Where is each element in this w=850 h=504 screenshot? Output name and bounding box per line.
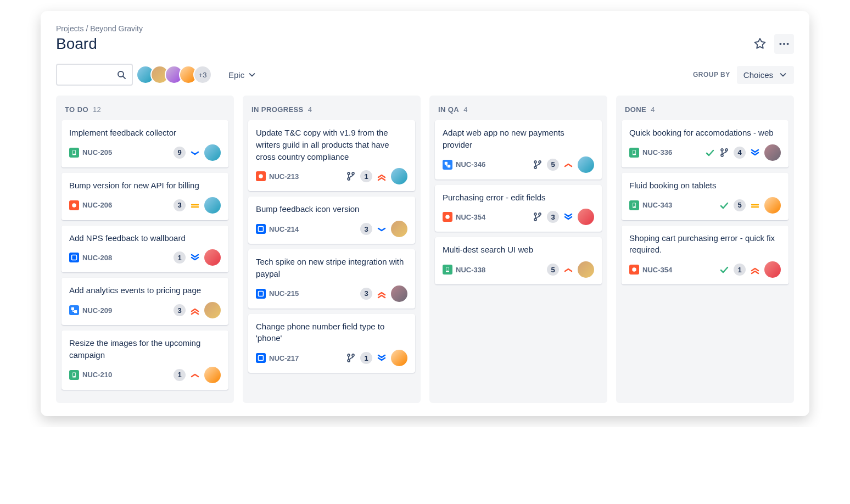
priority-icon bbox=[377, 224, 387, 234]
card-title: Purchasing error - edit fields bbox=[443, 192, 594, 204]
issue-type-icon bbox=[256, 224, 266, 234]
estimate-badge: 9 bbox=[174, 147, 186, 159]
assignee-avatar[interactable] bbox=[391, 285, 407, 302]
column-header[interactable]: IN PROGRESS4 bbox=[248, 101, 415, 120]
card-title: Add NPS feedback to wallboard bbox=[69, 232, 221, 244]
issue-card[interactable]: Quick booking for accomodations - webNUC… bbox=[622, 120, 789, 167]
card-title: Change phone number field type to 'phone… bbox=[256, 321, 407, 345]
more-actions-button[interactable] bbox=[774, 34, 794, 54]
assignee-avatar[interactable] bbox=[578, 156, 594, 173]
issue-id: NUC-217 bbox=[269, 354, 299, 362]
issue-card[interactable]: Implement feedback collectorNUC-2059 bbox=[61, 120, 228, 167]
column-header[interactable]: DONE4 bbox=[622, 101, 789, 120]
priority-icon bbox=[190, 253, 200, 262]
issue-id: NUC-214 bbox=[269, 225, 299, 233]
assignee-avatar[interactable] bbox=[204, 144, 221, 161]
issue-id: NUC-346 bbox=[456, 160, 485, 169]
estimate-badge: 3 bbox=[174, 304, 186, 316]
issue-card[interactable]: Purchasing error - edit fieldsNUC-3543 bbox=[435, 185, 602, 232]
done-check-icon bbox=[705, 148, 715, 158]
card-title: Bump version for new API for billing bbox=[69, 180, 221, 192]
card-title: Quick booking for accomodations - web bbox=[629, 127, 781, 139]
assignee-avatar[interactable] bbox=[204, 302, 221, 318]
estimate-badge: 1 bbox=[174, 251, 186, 264]
issue-id: NUC-354 bbox=[642, 266, 672, 274]
epic-filter[interactable]: Epic bbox=[226, 67, 259, 83]
assignee-avatar[interactable] bbox=[391, 350, 407, 366]
issue-card[interactable]: Tech spike on new stripe integration wit… bbox=[248, 249, 415, 309]
issue-card[interactable]: Change phone number field type to 'phone… bbox=[248, 314, 415, 373]
column-count: 4 bbox=[308, 105, 312, 114]
groupby-select[interactable]: Choices bbox=[737, 66, 794, 84]
card-title: Update T&C copy with v1.9 from the write… bbox=[256, 127, 407, 163]
priority-icon bbox=[377, 171, 387, 181]
assignee-filter-avatars[interactable]: +3 bbox=[141, 65, 212, 84]
breadcrumb-project-name[interactable]: Beyond Gravity bbox=[90, 24, 143, 33]
assignee-avatar[interactable] bbox=[764, 197, 781, 214]
done-check-icon bbox=[719, 200, 729, 210]
column-header[interactable]: TO DO12 bbox=[61, 101, 228, 120]
issue-card[interactable]: Multi-dest search UI webNUC-3385 bbox=[435, 237, 602, 284]
priority-icon bbox=[750, 148, 760, 158]
more-icon bbox=[778, 38, 790, 50]
estimate-badge: 3 bbox=[547, 211, 559, 223]
breadcrumb-projects[interactable]: Projects bbox=[56, 24, 84, 33]
chevron-down-icon bbox=[248, 70, 256, 79]
branch-icon bbox=[533, 212, 543, 222]
priority-icon bbox=[563, 212, 573, 222]
assignee-avatar[interactable] bbox=[764, 144, 781, 161]
issue-id: NUC-210 bbox=[82, 371, 112, 379]
estimate-badge: 5 bbox=[547, 159, 559, 171]
issue-card[interactable]: Add analytics events to pricing pageNUC-… bbox=[61, 278, 228, 325]
star-button[interactable] bbox=[750, 34, 770, 54]
assignee-avatar[interactable] bbox=[578, 209, 594, 225]
issue-card[interactable]: Fluid booking on tabletsNUC-3435 bbox=[622, 173, 789, 220]
issue-card[interactable]: Add NPS feedback to wallboardNUC-2081 bbox=[61, 226, 228, 273]
issue-type-icon bbox=[256, 171, 266, 181]
branch-icon bbox=[346, 171, 356, 181]
issue-card[interactable]: Resize the images for the upcoming campa… bbox=[61, 331, 228, 390]
issue-type-icon bbox=[69, 200, 79, 210]
issue-id: NUC-338 bbox=[456, 266, 485, 274]
assignee-avatar[interactable] bbox=[578, 261, 594, 278]
issue-card[interactable]: Shoping cart purchasing error - quick fi… bbox=[622, 226, 789, 285]
issue-id: NUC-215 bbox=[269, 289, 299, 298]
issue-type-icon bbox=[443, 160, 452, 170]
issue-card[interactable]: Adapt web app no new payments providerNU… bbox=[435, 120, 602, 180]
priority-icon bbox=[750, 265, 760, 275]
assignee-avatar[interactable] bbox=[391, 221, 407, 237]
avatar-overflow[interactable]: +3 bbox=[193, 65, 212, 84]
issue-id: NUC-206 bbox=[82, 201, 112, 209]
column-header[interactable]: IN QA4 bbox=[435, 101, 602, 120]
groupby-value: Choices bbox=[743, 70, 773, 80]
priority-icon bbox=[377, 353, 387, 363]
estimate-badge: 5 bbox=[547, 264, 559, 276]
issue-type-icon bbox=[69, 253, 79, 262]
breadcrumb[interactable]: Projects / Beyond Gravity bbox=[56, 24, 794, 33]
priority-icon bbox=[563, 160, 573, 170]
issue-card[interactable]: Bump version for new API for billingNUC-… bbox=[61, 173, 228, 220]
column-title: IN QA bbox=[438, 105, 459, 114]
issue-card[interactable]: Bump feedback icon versionNUC-2143 bbox=[248, 197, 415, 244]
priority-icon bbox=[190, 200, 200, 210]
estimate-badge: 3 bbox=[360, 223, 372, 235]
issue-card[interactable]: Update T&C copy with v1.9 from the write… bbox=[248, 120, 415, 191]
search-icon bbox=[116, 70, 126, 80]
assignee-avatar[interactable] bbox=[391, 168, 407, 184]
search-input[interactable] bbox=[56, 64, 133, 86]
priority-icon bbox=[190, 370, 200, 380]
column-title: DONE bbox=[625, 105, 646, 114]
issue-type-icon bbox=[256, 353, 266, 363]
assignee-avatar[interactable] bbox=[764, 261, 781, 278]
issue-type-icon bbox=[69, 370, 79, 380]
assignee-avatar[interactable] bbox=[204, 197, 221, 214]
star-icon bbox=[754, 38, 766, 50]
estimate-badge: 3 bbox=[174, 199, 186, 211]
epic-filter-label: Epic bbox=[228, 70, 244, 80]
issue-type-icon bbox=[629, 200, 639, 210]
board-column: IN PROGRESS4Update T&C copy with v1.9 fr… bbox=[243, 96, 421, 403]
estimate-badge: 5 bbox=[734, 199, 746, 211]
assignee-avatar[interactable] bbox=[204, 249, 221, 266]
card-title: Adapt web app no new payments provider bbox=[443, 127, 594, 151]
assignee-avatar[interactable] bbox=[204, 367, 221, 383]
